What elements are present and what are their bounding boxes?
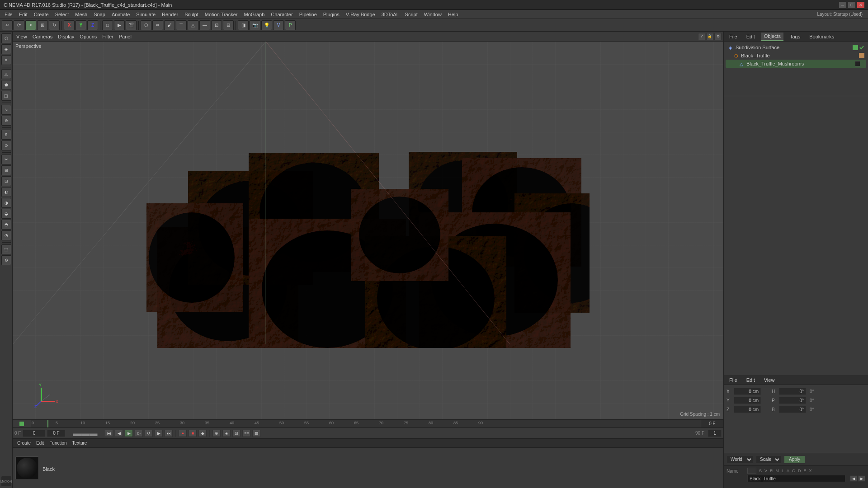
lt-tool4[interactable]: ◐ <box>1 187 11 197</box>
scale-tool[interactable]: ⊞ <box>37 20 48 30</box>
menu-sculpt[interactable]: Sculpt <box>182 11 201 18</box>
minimize-button[interactable]: ─ <box>839 2 846 8</box>
view-cube[interactable]: ⬡ <box>141 20 151 30</box>
play-button[interactable]: ▶ <box>125 430 133 437</box>
keyframe-btn[interactable]: ◈ <box>222 430 231 437</box>
timeline-strip[interactable]: 0 5 10 15 20 25 30 35 40 45 50 55 60 65 … <box>13 419 723 427</box>
menu-file[interactable]: File <box>2 11 15 18</box>
motion-path[interactable]: ⊕ <box>212 430 221 437</box>
deselect[interactable]: ⊟ <box>223 20 234 30</box>
timeline-btn[interactable]: ≡≡ <box>242 430 250 437</box>
lt-tool2[interactable]: ⊞ <box>1 165 11 175</box>
menu-create[interactable]: Create <box>31 11 52 18</box>
attr-tab-edit[interactable]: Edit <box>744 376 758 384</box>
lt-poly[interactable]: ⬟ <box>1 80 11 90</box>
material-preview[interactable] <box>15 456 39 480</box>
menu-simulate[interactable]: Simulate <box>133 11 158 18</box>
menu-help[interactable]: Help <box>445 11 461 18</box>
vp-lock[interactable]: 🔒 <box>706 33 713 40</box>
frame-input[interactable] <box>23 430 45 437</box>
vp-menu-display[interactable]: Display <box>56 33 76 40</box>
z-input[interactable] <box>734 406 761 413</box>
scale-select[interactable]: Scale <box>756 455 781 464</box>
playhead[interactable] <box>47 420 48 427</box>
menu-mesh[interactable]: Mesh <box>72 11 90 18</box>
vp-menu-view[interactable]: View <box>14 33 29 40</box>
menu-3dtoall[interactable]: 3DToAll <box>379 11 401 18</box>
menu-script[interactable]: Script <box>402 11 420 18</box>
maximize-button[interactable]: □ <box>848 2 855 8</box>
name-btn-2[interactable]: ▶ <box>858 475 865 482</box>
undo-button[interactable]: ↩ <box>2 20 13 30</box>
name-color-swatch[interactable] <box>747 468 756 474</box>
lt-snap2[interactable]: ⊙ <box>1 141 11 150</box>
lt-layer-btn[interactable]: ⬚ <box>1 244 11 254</box>
z-axis[interactable]: Z <box>87 20 98 30</box>
apply-button[interactable]: Apply <box>784 455 805 464</box>
camera-view[interactable]: 📷 <box>250 20 260 30</box>
lt-curve[interactable]: ∿ <box>1 105 11 115</box>
lt-knife[interactable]: ✂ <box>1 155 11 164</box>
menu-animate[interactable]: Animate <box>109 11 132 18</box>
menu-plugins[interactable]: Plugins <box>321 11 342 18</box>
light-tool[interactable]: 💡 <box>261 20 272 30</box>
edge-tool[interactable]: — <box>199 20 210 30</box>
vray-icon[interactable]: V <box>273 20 284 30</box>
attr-tab-view[interactable]: View <box>761 376 778 384</box>
play-forward-button[interactable]: ▷ <box>135 430 143 437</box>
vp-menu-cameras[interactable]: Cameras <box>31 33 55 40</box>
anim-settings[interactable]: ⊡ <box>232 430 241 437</box>
name-input[interactable] <box>747 475 845 482</box>
record-mark[interactable]: ◆ <box>198 430 207 437</box>
obj-tab-tags[interactable]: Tags <box>787 33 803 40</box>
obj-tab-bookmarks[interactable]: Bookmarks <box>807 33 837 40</box>
lt-tool8[interactable]: ◔ <box>1 230 11 240</box>
lt-mode-layer[interactable]: ≡ <box>1 55 11 65</box>
x-input[interactable] <box>734 388 761 395</box>
mat-tab-function[interactable]: Function <box>47 440 68 446</box>
pen-tool[interactable]: ✏ <box>152 20 163 30</box>
menu-vray[interactable]: V-Ray Bridge <box>343 11 378 18</box>
prev-frame-button[interactable]: ◀ <box>115 430 123 437</box>
obj-item-subdivision[interactable]: ◈ Subdivision Surface <box>726 43 866 52</box>
frame-time-input[interactable] <box>47 430 65 437</box>
menu-select[interactable]: Select <box>52 11 72 18</box>
paint-tool[interactable]: 🖌 <box>164 20 175 30</box>
poly-tool[interactable]: △ <box>188 20 198 30</box>
move-tool[interactable]: ✦ <box>25 20 36 30</box>
fps-input[interactable] <box>708 430 722 437</box>
render-queue[interactable]: ▦ <box>252 430 260 437</box>
lt-settings[interactable]: ⚙ <box>1 255 11 265</box>
b-input[interactable] <box>779 406 806 413</box>
lt-snap[interactable]: $ <box>1 130 11 140</box>
vp-menu-options[interactable]: Options <box>78 33 99 40</box>
menu-pipeline[interactable]: Pipeline <box>297 11 320 18</box>
rotate-tool[interactable]: ↻ <box>49 20 60 30</box>
vp-menu-filter[interactable]: Filter <box>100 33 115 40</box>
attr-tab-file[interactable]: File <box>726 376 740 384</box>
obj-item-mushrooms[interactable]: △ Black_Truffle_Mushrooms ··· <box>726 60 866 68</box>
mat-tab-edit[interactable]: Edit <box>34 440 46 446</box>
python-icon[interactable]: P <box>285 20 296 30</box>
y-axis[interactable]: Y <box>75 20 86 30</box>
loop-button[interactable]: ↺ <box>145 430 153 437</box>
name-btn-1[interactable]: ◀ <box>850 475 857 482</box>
menu-window[interactable]: Window <box>421 11 444 18</box>
lt-tool3[interactable]: ⊡ <box>1 176 11 186</box>
render-settings[interactable]: 🎬 <box>126 20 137 30</box>
lt-mode-object[interactable]: ⬡ <box>1 33 11 43</box>
next-frame-button[interactable]: ▶ <box>155 430 163 437</box>
mat-tab-create[interactable]: Create <box>15 440 33 446</box>
world-select[interactable]: World Object <box>726 455 753 464</box>
obj-tab-edit[interactable]: Edit <box>744 33 758 40</box>
h-input[interactable] <box>779 388 806 395</box>
vp-settings[interactable]: ⚙ <box>714 33 722 40</box>
close-button[interactable]: ✕ <box>857 2 864 8</box>
menu-render[interactable]: Render <box>159 11 181 18</box>
obj-tab-file[interactable]: File <box>726 33 740 40</box>
lt-mode-scene[interactable]: ◈ <box>1 44 11 54</box>
menu-mograph[interactable]: MoGraph <box>241 11 267 18</box>
lt-spline[interactable]: △ <box>1 69 11 79</box>
lt-edge[interactable]: ◫ <box>1 91 11 101</box>
lt-tool5[interactable]: ◑ <box>1 198 11 208</box>
